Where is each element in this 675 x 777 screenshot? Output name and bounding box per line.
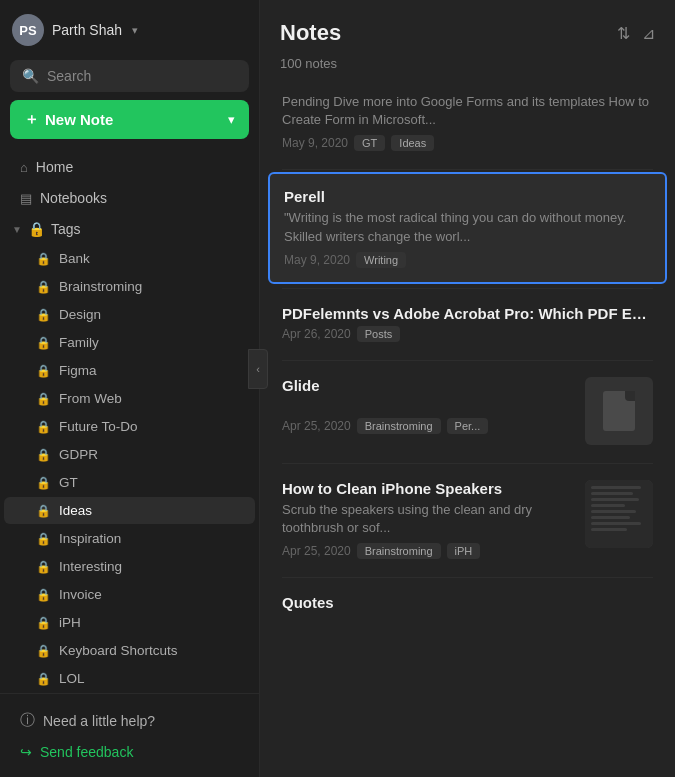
tag-item-family[interactable]: 🔒 Family [4,329,255,356]
note-preview: Pending Dive more into Google Forms and … [282,93,653,129]
tag-item-gt[interactable]: 🔒 GT [4,469,255,496]
note-title: Quotes [282,594,653,611]
note-item-pending[interactable]: Pending Dive more into Google Forms and … [268,79,667,165]
plus-icon: ＋ [24,110,39,129]
help-icon: ⓘ [20,711,35,730]
note-tag: GT [354,135,385,151]
tag-lock-icon: 🔒 [36,532,51,546]
tag-lock-icon: 🔒 [36,252,51,266]
collapse-icon: ‹ [256,363,260,375]
tag-label: iPH [59,615,81,630]
filter-icon[interactable]: ⊿ [642,24,655,43]
note-tag: Ideas [391,135,434,151]
note-title: Glide [282,377,573,394]
note-tag: Posts [357,326,401,342]
note-tag: iPH [447,543,481,559]
main-content: Notes ⇅ ⊿ 100 notes Pending Dive more in… [260,0,675,777]
note-item-glide[interactable]: Glide Apr 25, 2020 Brainstroming Per... [268,363,667,459]
notes-list: Pending Dive more into Google Forms and … [260,79,675,777]
tag-label: Keyboard Shortcuts [59,643,178,658]
tag-lock-icon: 🔒 [36,560,51,574]
tag-item-iph[interactable]: 🔒 iPH [4,609,255,636]
tag-item-lol[interactable]: 🔒 LOL [4,665,255,692]
tag-lock-icon: 🔒 [36,588,51,602]
feedback-label: Send feedback [40,744,133,760]
tag-item-ideas[interactable]: 🔒 Ideas [4,497,255,524]
avatar: PS [12,14,44,46]
chevron-down-icon: ▾ [132,24,138,37]
tag-label: GT [59,475,78,490]
feedback-button[interactable]: ↪ Send feedback [12,737,247,767]
note-tag: Brainstroming [357,543,441,559]
tag-item-future-todo[interactable]: 🔒 Future To-Do [4,413,255,440]
new-note-button[interactable]: ＋ New Note ▾ [10,100,249,139]
tag-item-interesting[interactable]: 🔒 Interesting [4,553,255,580]
tag-item-keyboard-shortcuts[interactable]: 🔒 Keyboard Shortcuts [4,637,255,664]
user-profile[interactable]: PS Parth Shah ▾ [0,0,259,56]
note-date: Apr 25, 2020 [282,419,351,433]
sidebar-notebooks-label: Notebooks [40,190,107,206]
tag-item-brainstroming[interactable]: 🔒 Brainstroming [4,273,255,300]
file-icon [603,391,635,431]
note-meta: Apr 26, 2020 Posts [282,326,653,342]
note-date: May 9, 2020 [284,253,350,267]
sidebar-collapse-button[interactable]: ‹ [248,349,268,389]
home-icon: ⌂ [20,160,28,175]
tags-list: 🔒 Bank 🔒 Brainstroming 🔒 Design 🔒 Family… [0,245,259,693]
main-header: Notes ⇅ ⊿ [260,0,675,56]
note-item-iphone[interactable]: How to Clean iPhone Speakers Scrub the s… [268,466,667,573]
note-item-perell[interactable]: Perell "Writing is the most radical thin… [268,172,667,283]
tag-lock-icon: 🔒 [36,504,51,518]
note-meta: May 9, 2020 Writing [284,252,651,268]
tag-lock-icon: 🔒 [36,476,51,490]
new-note-chevron-icon: ▾ [228,112,235,127]
tag-label: From Web [59,391,122,406]
tag-lock-icon: 🔒 [36,308,51,322]
note-tag: Writing [356,252,406,268]
sort-icon[interactable]: ⇅ [617,24,630,43]
note-item-quotes[interactable]: Quotes [268,580,667,629]
tag-label: Brainstroming [59,279,142,294]
tag-item-design[interactable]: 🔒 Design [4,301,255,328]
thumb-text [585,480,653,548]
tag-item-inspiration[interactable]: 🔒 Inspiration [4,525,255,552]
note-tag: Brainstroming [357,418,441,434]
tag-label: Ideas [59,503,92,518]
new-note-label: New Note [45,111,113,128]
sidebar-tags-section[interactable]: ▼ 🔒 Tags [4,214,255,244]
tag-item-gdpr[interactable]: 🔒 GDPR [4,441,255,468]
sidebar-footer: ⓘ Need a little help? ↪ Send feedback [0,693,259,777]
tag-lock-icon: 🔒 [36,616,51,630]
tag-item-invoice[interactable]: 🔒 Invoice [4,581,255,608]
tag-label: Bank [59,251,90,266]
tag-label: Inspiration [59,531,121,546]
help-button[interactable]: ⓘ Need a little help? [12,704,247,737]
tag-label: GDPR [59,447,98,462]
tag-item-from-web[interactable]: 🔒 From Web [4,385,255,412]
tag-lock-icon: 🔒 [36,672,51,686]
divider [282,577,653,578]
note-item-pdf[interactable]: PDFelemnts vs Adobe Acrobat Pro: Which P… [268,291,667,356]
divider [282,463,653,464]
sidebar-item-notebooks[interactable]: ▤ Notebooks [4,183,255,213]
tag-lock-icon: 🔒 [36,336,51,350]
tag-lock-icon: 🔒 [36,420,51,434]
tag-lock-icon: 🔒 [36,392,51,406]
page-title: Notes [280,20,341,46]
tag-lock-icon: 🔒 [36,364,51,378]
note-meta: Apr 25, 2020 Brainstroming iPH [282,543,573,559]
note-date: May 9, 2020 [282,136,348,150]
tag-label: Design [59,307,101,322]
note-meta: Apr 25, 2020 Brainstroming Per... [282,418,573,434]
tag-label: Future To-Do [59,419,138,434]
tag-item-figma[interactable]: 🔒 Figma [4,357,255,384]
tags-section-label: Tags [51,221,81,237]
search-bar[interactable]: 🔍 Search [10,60,249,92]
user-name: Parth Shah [52,22,122,38]
sidebar: PS Parth Shah ▾ 🔍 Search ＋ New Note ▾ ⌂ … [0,0,260,777]
note-tag: Per... [447,418,489,434]
sidebar-nav: ⌂ Home ▤ Notebooks ▼ 🔒 Tags 🔒 Bank 🔒 B [0,151,259,693]
note-thumbnail [585,377,653,445]
sidebar-item-home[interactable]: ⌂ Home [4,152,255,182]
tag-item-bank[interactable]: 🔒 Bank [4,245,255,272]
